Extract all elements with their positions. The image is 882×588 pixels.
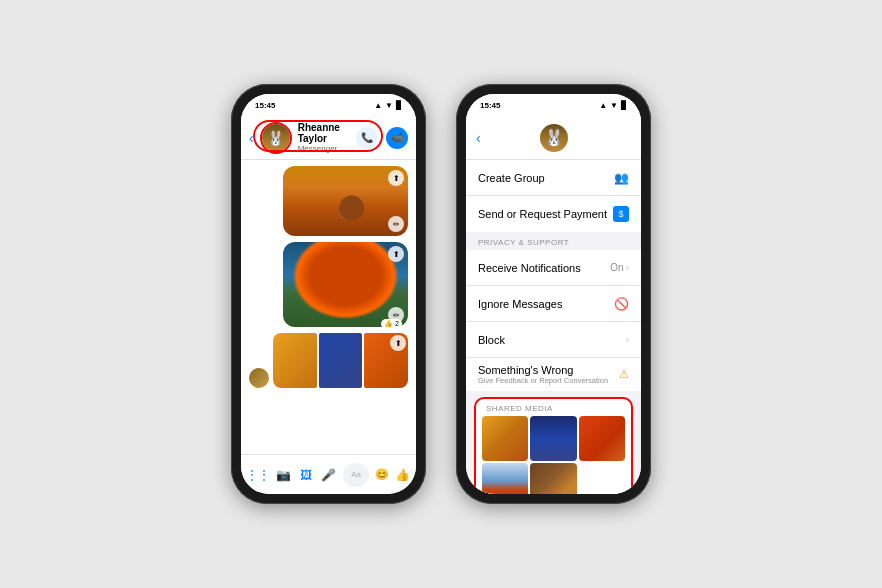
chat-toolbar: ⋮⋮ 📷 🖼 🎤 Aa 😊 👍 — [241, 454, 416, 494]
chat-header: ‹ 🐰 Rheanne Taylor Messenger 📞 📹 — [241, 116, 416, 160]
like-button[interactable]: 👍 — [395, 468, 410, 482]
header-actions: 📞 📹 — [356, 127, 408, 149]
block-label: Block — [478, 334, 626, 346]
chat-body: ⬆ ✏ ⬆ ✏ 👍 2 — [241, 160, 416, 454]
grid-cell-2 — [319, 333, 363, 388]
input-placeholder: Aa — [351, 470, 361, 479]
emoji-button[interactable]: 😊 — [375, 468, 389, 481]
media-cell-1[interactable] — [482, 416, 528, 461]
wifi-icon: ▼ — [385, 101, 393, 110]
notifications-label: Receive Notifications — [478, 262, 610, 274]
gallery-button[interactable]: 🖼 — [298, 464, 315, 486]
main-menu-section: Create Group 👥 Send or Request Payment $ — [466, 160, 641, 232]
right-phone: 15:45 ▲ ▼ ▊ ‹ 🐰 Create Group 👥 Send or R… — [456, 84, 651, 504]
apps-button[interactable]: ⋮⋮ — [247, 464, 269, 486]
contact-avatar[interactable]: 🐰 — [260, 122, 292, 154]
report-sublabel: Give Feedback or Report Conversation — [478, 376, 619, 385]
message-image-3: ⬆ — [273, 333, 408, 388]
notifications-value: On — [610, 262, 623, 273]
status-bar-right: 15:45 ▲ ▼ ▊ — [466, 94, 641, 116]
status-bar-left: 15:45 ▲ ▼ ▊ — [241, 94, 416, 116]
details-back-button[interactable]: ‹ — [476, 130, 481, 146]
reaction-badge: 👍 2 — [381, 319, 402, 329]
privacy-section-header: PRIVACY & SUPPORT — [466, 232, 641, 250]
media-cell-5[interactable] — [530, 463, 576, 494]
payment-icon: $ — [613, 206, 629, 222]
avatar-image: 🐰 — [262, 124, 290, 152]
contact-name: Rheanne Taylor — [298, 122, 350, 144]
share-button-1[interactable]: ⬆ — [388, 170, 404, 186]
battery-icon-r: ▊ — [621, 101, 627, 110]
status-icons-right: ▲ ▼ ▊ — [599, 101, 627, 110]
menu-item-payment[interactable]: Send or Request Payment $ — [466, 196, 641, 232]
mic-button[interactable]: 🎤 — [320, 464, 337, 486]
share-button-3[interactable]: ⬆ — [390, 335, 406, 351]
wifi-icon-r: ▼ — [610, 101, 618, 110]
report-info: Something's Wrong Give Feedback or Repor… — [478, 364, 619, 385]
message-image-1: ⬆ ✏ — [283, 166, 408, 236]
grid-cell-1 — [273, 333, 317, 388]
details-body: Create Group 👥 Send or Request Payment $… — [466, 160, 641, 494]
status-time-right: 15:45 — [480, 101, 500, 110]
signal-icon: ▲ — [374, 101, 382, 110]
battery-icon: ▊ — [396, 101, 402, 110]
shared-media-header: SHARED MEDIA — [476, 399, 631, 416]
signal-icon-r: ▲ — [599, 101, 607, 110]
message-image-2: ⬆ ✏ 👍 2 — [283, 242, 408, 327]
edit-button-1[interactable]: ✏ — [388, 216, 404, 232]
camera-button[interactable]: 📷 — [275, 464, 292, 486]
notifications-chevron: › — [626, 262, 629, 273]
menu-item-create-group[interactable]: Create Group 👥 — [466, 160, 641, 196]
report-label: Something's Wrong — [478, 364, 619, 376]
media-cell-4[interactable] — [482, 463, 528, 494]
status-time-left: 15:45 — [255, 101, 275, 110]
menu-item-block[interactable]: Block › — [466, 322, 641, 358]
back-button[interactable]: ‹ — [249, 130, 254, 146]
details-header: ‹ 🐰 — [466, 116, 641, 160]
video-call-button[interactable]: 📹 — [386, 127, 408, 149]
image-grid — [273, 333, 408, 388]
menu-item-ignore[interactable]: Ignore Messages 🚫 — [466, 286, 641, 322]
shared-media-section: SHARED MEDIA — [474, 397, 633, 494]
sender-avatar — [249, 368, 269, 388]
status-icons-left: ▲ ▼ ▊ — [374, 101, 402, 110]
contact-info: Rheanne Taylor Messenger — [298, 122, 350, 153]
privacy-menu-section: Receive Notifications On › Ignore Messag… — [466, 250, 641, 391]
ignore-label: Ignore Messages — [478, 298, 614, 310]
share-button-2[interactable]: ⬆ — [388, 246, 404, 262]
block-chevron: › — [626, 334, 629, 345]
media-grid — [476, 416, 631, 494]
message-input[interactable]: Aa — [343, 463, 369, 487]
payment-label: Send or Request Payment — [478, 208, 613, 220]
ignore-icon: 🚫 — [614, 297, 629, 311]
media-cell-3[interactable] — [579, 416, 625, 461]
left-phone: 15:45 ▲ ▼ ▊ ‹ 🐰 Rheanne Taylor Messenger… — [231, 84, 426, 504]
warning-icon: ⚠ — [619, 368, 629, 381]
menu-item-notifications[interactable]: Receive Notifications On › — [466, 250, 641, 286]
details-avatar: 🐰 — [540, 124, 568, 152]
create-group-label: Create Group — [478, 172, 614, 184]
media-cell-2[interactable] — [530, 416, 576, 461]
voice-call-button[interactable]: 📞 — [356, 127, 378, 149]
chat-subtitle: Messenger — [298, 144, 350, 153]
message-row-3: ⬆ — [249, 333, 408, 388]
create-group-icon: 👥 — [614, 171, 629, 185]
media-cell-6 — [579, 463, 625, 494]
menu-item-report[interactable]: Something's Wrong Give Feedback or Repor… — [466, 358, 641, 391]
